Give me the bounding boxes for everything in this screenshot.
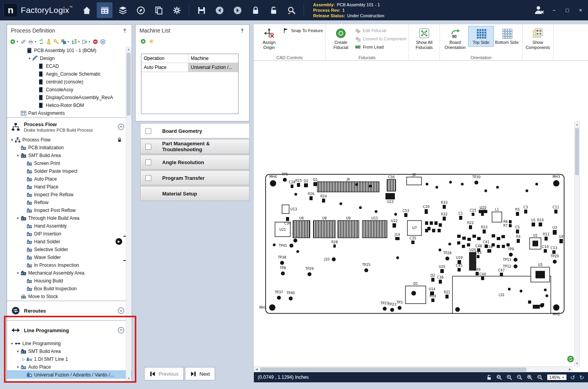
ribbon-button-edit-fiducial[interactable]: Edit Fiducial bbox=[355, 27, 406, 34]
ribbon-button-show-all-fiducials[interactable]: Show All Fiducials bbox=[411, 26, 437, 51]
ribbon-button-top-side[interactable]: Top Side bbox=[468, 26, 494, 47]
sb-zoom-out-icon[interactable] bbox=[516, 374, 523, 381]
scrollbar-thumb[interactable] bbox=[127, 53, 131, 116]
ribbon-button-convert-to-component[interactable]: Convert to Component bbox=[355, 36, 406, 42]
home-icon[interactable] bbox=[79, 2, 94, 18]
documents-icon[interactable] bbox=[151, 2, 166, 18]
process-flow-item-reflow[interactable]: Reflow bbox=[7, 199, 132, 206]
expander-expanded-icon[interactable]: ▾ bbox=[9, 342, 14, 346]
pcb-canvas[interactable]: MH4MH3MH1MH2TP5TP30TP38TP8TP29TP25TP37TP… bbox=[254, 61, 580, 366]
unlock-icon[interactable] bbox=[266, 2, 281, 18]
program-editor-icon[interactable] bbox=[97, 2, 112, 18]
process-definition-item-design[interactable]: ▾Design bbox=[7, 54, 132, 62]
process-flow-item-process-flow[interactable]: ▾Process Flow bbox=[7, 136, 132, 144]
process-definition-item-part-assignments[interactable]: Part Assignments bbox=[7, 109, 132, 117]
expander-expanded-icon[interactable]: ▾ bbox=[15, 154, 20, 157]
expander-collapsed-icon[interactable]: ▷ bbox=[21, 357, 26, 361]
settings-gear-icon[interactable] bbox=[169, 2, 185, 18]
tree-icon[interactable]: ▼ bbox=[71, 39, 80, 45]
ribbon-button-assign-origin[interactable]: Assign Origin bbox=[256, 26, 282, 51]
pause-icon[interactable] bbox=[100, 39, 106, 45]
scroll-up-arrow[interactable]: ▲ bbox=[126, 47, 131, 52]
process-flow-item-inspect-pre-reflow[interactable]: Inspect Pre Reflow bbox=[7, 191, 132, 199]
process-definition-item-pcb-assembly-101-1-bom[interactable]: PCB Assembly 101 - 1 (BOM) bbox=[7, 47, 132, 54]
stop-icon[interactable] bbox=[92, 39, 98, 45]
process-flow-item-housing-build[interactable]: Housing Build bbox=[7, 277, 132, 285]
materials-icon[interactable] bbox=[115, 2, 130, 18]
section-checkbox[interactable] bbox=[145, 175, 151, 181]
line-programming-item-line-programming[interactable]: ▾Line Programming bbox=[7, 340, 132, 347]
line-programming-item-universal-fuzion-advantis-vantis[interactable]: Universal Fuzion / Advantis / Vantis /..… bbox=[7, 371, 132, 379]
close-button[interactable]: × bbox=[577, 7, 584, 13]
process-flow-item-inspect-post-reflow[interactable]: Inspect Post Reflow bbox=[7, 206, 132, 214]
flask-icon[interactable] bbox=[46, 39, 52, 45]
process-definition-item-aegis-console-schematic[interactable]: Aegis_Console Schematic bbox=[7, 70, 132, 78]
machine-table-row[interactable]: Auto PlaceUniversal Fuzion /... bbox=[141, 63, 238, 72]
section-checkbox[interactable] bbox=[145, 144, 151, 150]
maximize-button[interactable]: □ bbox=[564, 7, 571, 13]
add-icon[interactable] bbox=[140, 38, 146, 44]
save-icon[interactable] bbox=[194, 2, 209, 18]
ribbon-button-snap-to-feature[interactable]: Snap To Feature bbox=[283, 27, 323, 34]
process-flow-item-mechanical-assembly-area[interactable]: ▾Mechanical Assembly Area bbox=[7, 269, 132, 277]
process-flow-item-selective-solder[interactable]: Selective Solder bbox=[7, 246, 132, 253]
scroll-left-arrow[interactable]: ◀ bbox=[254, 368, 259, 371]
next-button[interactable]: Next bbox=[185, 367, 215, 380]
setup-icon[interactable] bbox=[148, 38, 154, 44]
expander-expanded-icon[interactable]: ▾ bbox=[15, 216, 20, 220]
pin-icon[interactable] bbox=[122, 28, 128, 34]
link-icon[interactable] bbox=[20, 39, 26, 45]
process-definition-scrollbar[interactable]: ▲ ▼ bbox=[126, 47, 131, 381]
section-part-management-troubleshooting[interactable]: Part Management & Troubleshooting bbox=[140, 139, 250, 154]
key-icon[interactable] bbox=[53, 39, 59, 45]
canvas-horizontal-scrollbar[interactable]: ◀ ▶ bbox=[254, 366, 573, 372]
lock-icon[interactable] bbox=[248, 2, 263, 18]
canvas-vertical-scrollbar[interactable]: ▲ ▼ bbox=[574, 121, 580, 366]
sb-zoom-window-icon[interactable] bbox=[496, 374, 503, 381]
section-board-geometry[interactable]: Board Geometry bbox=[140, 123, 250, 138]
navigation-icon[interactable] bbox=[133, 2, 148, 18]
process-flow-item-wave-solder[interactable]: Wave Solder bbox=[7, 253, 132, 261]
section-material-setup[interactable]: Material Setup bbox=[140, 186, 250, 201]
column-header-operation[interactable]: Operation bbox=[141, 54, 188, 63]
line-programming-section-header[interactable]: Line Programming bbox=[7, 320, 132, 340]
process-flow-item-in-process-inspection[interactable]: In Process Inspection bbox=[7, 261, 132, 269]
process-flow-item-hand-place[interactable]: Hand Place bbox=[7, 183, 132, 191]
collapse-up-icon[interactable] bbox=[118, 327, 125, 334]
process-flow-item-auto-place[interactable]: Auto Place bbox=[7, 175, 132, 183]
section-angle-resolution[interactable]: Angle Resolution bbox=[140, 155, 250, 170]
back-icon[interactable] bbox=[212, 2, 227, 18]
sb-zoom-prev-icon[interactable] bbox=[537, 374, 543, 381]
column-header-machine[interactable]: Machine bbox=[188, 54, 238, 63]
ribbon-button-show-components[interactable]: Show Components bbox=[525, 26, 551, 51]
line-programming-item-auto-place[interactable]: ▾Auto Place bbox=[7, 363, 132, 371]
process-flow-item-dip-insertion[interactable]: DIP Insertion bbox=[7, 230, 132, 238]
ribbon-button-bottom-side[interactable]: Bottom Side bbox=[494, 26, 520, 47]
expander-expanded-icon[interactable]: ▾ bbox=[15, 271, 20, 275]
sb-lock-icon[interactable] bbox=[486, 374, 492, 381]
layers-icon[interactable]: ▼ bbox=[61, 39, 70, 45]
sync-icon[interactable] bbox=[38, 39, 44, 45]
sb-zoom-fit-icon[interactable] bbox=[526, 374, 533, 381]
scrollbar-thumb[interactable] bbox=[260, 367, 526, 372]
collapse-up-icon[interactable] bbox=[118, 123, 125, 130]
process-definition-item-ecad[interactable]: ECAD bbox=[7, 62, 132, 70]
process-definition-item-displayconsoleassembly-reva[interactable]: DisplayConsoleAssembly_RevA bbox=[7, 94, 132, 101]
rotate-cw-icon[interactable]: ↻ bbox=[579, 375, 584, 380]
scroll-down-arrow[interactable]: ▼ bbox=[126, 376, 131, 381]
minimize-button[interactable]: − bbox=[550, 7, 557, 13]
process-flow-item-hand-solder[interactable]: Hand Solder bbox=[7, 238, 132, 246]
scroll-up-arrow[interactable]: ▲ bbox=[575, 122, 579, 127]
section-checkbox[interactable] bbox=[145, 159, 151, 165]
pin-icon[interactable] bbox=[239, 28, 245, 34]
ribbon-button-from-lead[interactable]: From Lead bbox=[355, 44, 406, 50]
user-logout-icon[interactable] bbox=[534, 5, 544, 15]
scroll-right-arrow[interactable]: ▶ bbox=[567, 368, 573, 371]
sb-zoom-in-icon[interactable] bbox=[506, 374, 513, 381]
process-flow-item-box-build-inspection[interactable]: Box Build Inspection bbox=[7, 285, 132, 293]
line-programming-item-smt-build-area[interactable]: ▾SMT Build Area bbox=[7, 347, 132, 355]
scrollbar-thumb[interactable] bbox=[575, 128, 579, 175]
ribbon-button-create-fiducial[interactable]: Create Fiducial bbox=[328, 26, 354, 51]
expander-expanded-icon[interactable]: ▾ bbox=[15, 349, 20, 353]
scroll-down-arrow[interactable]: ▼ bbox=[575, 361, 579, 366]
